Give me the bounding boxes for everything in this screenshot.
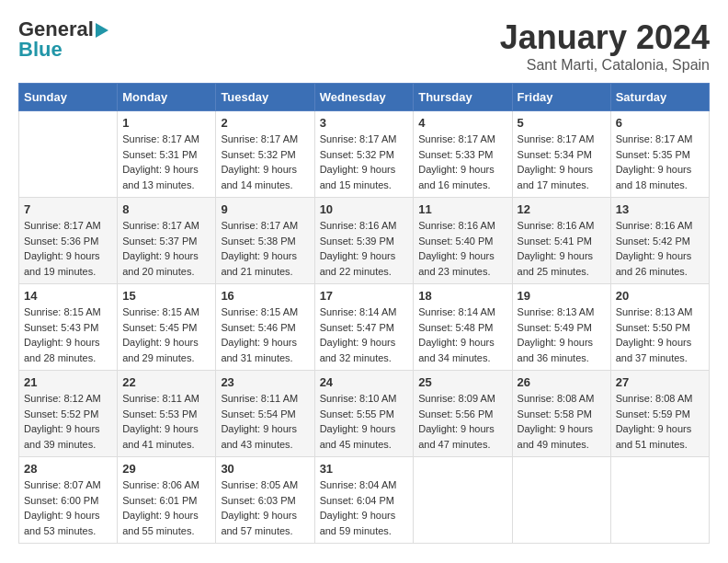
calendar-cell: 31Sunrise: 8:04 AMSunset: 6:04 PMDayligh… [314,457,414,544]
day-number: 19 [518,289,606,303]
day-info: Sunrise: 8:10 AMSunset: 5:55 PMDaylight:… [320,391,409,452]
day-info: Sunrise: 8:17 AMSunset: 5:32 PMDaylight:… [221,132,309,192]
calendar-week-row: 28Sunrise: 8:07 AMSunset: 6:00 PMDayligh… [19,457,710,544]
calendar-cell: 20Sunrise: 8:13 AMSunset: 5:50 PMDayligh… [610,284,709,371]
day-number: 7 [24,202,112,216]
calendar-cell: 26Sunrise: 8:08 AMSunset: 5:58 PMDayligh… [512,371,610,457]
day-info: Sunrise: 8:17 AMSunset: 5:37 PMDaylight:… [122,218,210,279]
calendar-cell: 6Sunrise: 8:17 AMSunset: 5:35 PMDaylight… [610,111,709,198]
day-number: 8 [122,202,210,216]
day-number: 10 [320,202,409,216]
calendar-cell [414,457,512,544]
day-info: Sunrise: 8:15 AMSunset: 5:45 PMDaylight:… [122,304,210,365]
calendar-cell [610,457,709,544]
calendar-week-row: 7Sunrise: 8:17 AMSunset: 5:36 PMDaylight… [19,198,710,284]
day-number: 1 [122,116,210,130]
calendar-cell: 1Sunrise: 8:17 AMSunset: 5:31 PMDaylight… [118,111,216,198]
day-info: Sunrise: 8:16 AMSunset: 5:41 PMDaylight:… [518,218,606,279]
day-info: Sunrise: 8:16 AMSunset: 5:39 PMDaylight:… [320,218,409,279]
calendar-cell: 12Sunrise: 8:16 AMSunset: 5:41 PMDayligh… [512,198,610,284]
day-number: 18 [418,289,506,303]
day-info: Sunrise: 8:13 AMSunset: 5:50 PMDaylight:… [616,304,704,365]
calendar-cell: 27Sunrise: 8:08 AMSunset: 5:59 PMDayligh… [610,371,709,457]
day-info: Sunrise: 8:17 AMSunset: 5:31 PMDaylight:… [122,132,210,192]
calendar-cell: 7Sunrise: 8:17 AMSunset: 5:36 PMDaylight… [19,198,118,284]
day-number: 21 [24,375,112,389]
calendar-cell [512,457,610,544]
calendar-table: SundayMondayTuesdayWednesdayThursdayFrid… [18,83,710,544]
day-number: 25 [418,375,506,389]
day-info: Sunrise: 8:13 AMSunset: 5:49 PMDaylight:… [518,304,606,365]
calendar-cell: 16Sunrise: 8:15 AMSunset: 5:46 PMDayligh… [216,284,314,371]
day-info: Sunrise: 8:15 AMSunset: 5:43 PMDaylight:… [24,304,112,365]
day-number: 27 [616,375,704,389]
day-number: 24 [320,375,409,389]
page-header: General Blue January 2024 Sant Marti, Ca… [18,18,710,74]
day-number: 22 [122,375,210,389]
day-info: Sunrise: 8:11 AMSunset: 5:53 PMDaylight:… [122,391,210,452]
calendar-cell: 8Sunrise: 8:17 AMSunset: 5:37 PMDaylight… [118,198,216,284]
day-number: 31 [320,462,409,476]
calendar-cell: 11Sunrise: 8:16 AMSunset: 5:40 PMDayligh… [414,198,512,284]
day-info: Sunrise: 8:17 AMSunset: 5:34 PMDaylight:… [518,132,606,192]
calendar-cell: 17Sunrise: 8:14 AMSunset: 5:47 PMDayligh… [314,284,414,371]
day-number: 26 [518,375,606,389]
day-number: 12 [518,202,606,216]
calendar-cell: 28Sunrise: 8:07 AMSunset: 6:00 PMDayligh… [19,457,118,544]
location: Sant Marti, Catalonia, Spain [500,57,710,74]
calendar-week-row: 1Sunrise: 8:17 AMSunset: 5:31 PMDaylight… [19,111,710,198]
day-info: Sunrise: 8:15 AMSunset: 5:46 PMDaylight:… [221,304,309,365]
calendar-cell: 19Sunrise: 8:13 AMSunset: 5:49 PMDayligh… [512,284,610,371]
day-info: Sunrise: 8:05 AMSunset: 6:03 PMDaylight:… [221,477,309,538]
calendar-week-row: 14Sunrise: 8:15 AMSunset: 5:43 PMDayligh… [19,284,710,371]
calendar-week-row: 21Sunrise: 8:12 AMSunset: 5:52 PMDayligh… [19,371,710,457]
day-number: 6 [616,116,704,130]
day-info: Sunrise: 8:12 AMSunset: 5:52 PMDaylight:… [24,391,112,452]
day-number: 11 [418,202,506,216]
day-number: 30 [221,462,309,476]
day-info: Sunrise: 8:11 AMSunset: 5:54 PMDaylight:… [221,391,309,452]
calendar-cell: 25Sunrise: 8:09 AMSunset: 5:56 PMDayligh… [414,371,512,457]
calendar-cell: 9Sunrise: 8:17 AMSunset: 5:38 PMDaylight… [216,198,314,284]
logo-arrow-icon [96,23,108,38]
day-number: 16 [221,289,309,303]
day-info: Sunrise: 8:14 AMSunset: 5:47 PMDaylight:… [320,304,409,365]
day-number: 14 [24,289,112,303]
calendar-cell: 15Sunrise: 8:15 AMSunset: 5:45 PMDayligh… [118,284,216,371]
calendar-cell: 21Sunrise: 8:12 AMSunset: 5:52 PMDayligh… [19,371,118,457]
calendar-cell: 3Sunrise: 8:17 AMSunset: 5:32 PMDaylight… [314,111,414,198]
day-info: Sunrise: 8:16 AMSunset: 5:42 PMDaylight:… [616,218,704,279]
day-info: Sunrise: 8:17 AMSunset: 5:33 PMDaylight:… [418,132,506,192]
day-number: 29 [122,462,210,476]
day-info: Sunrise: 8:17 AMSunset: 5:38 PMDaylight:… [221,218,309,279]
day-info: Sunrise: 8:09 AMSunset: 5:56 PMDaylight:… [418,391,506,452]
day-info: Sunrise: 8:04 AMSunset: 6:04 PMDaylight:… [320,477,409,538]
weekday-header: Friday [512,84,610,111]
calendar-cell: 22Sunrise: 8:11 AMSunset: 5:53 PMDayligh… [118,371,216,457]
calendar-cell: 10Sunrise: 8:16 AMSunset: 5:39 PMDayligh… [314,198,414,284]
day-info: Sunrise: 8:14 AMSunset: 5:48 PMDaylight:… [418,304,506,365]
logo-blue-text: Blue [18,39,63,61]
day-number: 5 [518,116,606,130]
day-info: Sunrise: 8:08 AMSunset: 5:58 PMDaylight:… [518,391,606,452]
day-number: 20 [616,289,704,303]
day-info: Sunrise: 8:16 AMSunset: 5:40 PMDaylight:… [418,218,506,279]
day-number: 2 [221,116,309,130]
calendar-cell: 24Sunrise: 8:10 AMSunset: 5:55 PMDayligh… [314,371,414,457]
day-info: Sunrise: 8:07 AMSunset: 6:00 PMDaylight:… [24,477,112,538]
day-number: 3 [320,116,409,130]
weekday-header: Tuesday [216,84,314,111]
day-number: 15 [122,289,210,303]
calendar-cell: 2Sunrise: 8:17 AMSunset: 5:32 PMDaylight… [216,111,314,198]
day-info: Sunrise: 8:17 AMSunset: 5:35 PMDaylight:… [616,132,704,192]
title-block: January 2024 Sant Marti, Catalonia, Spai… [500,18,710,74]
weekday-header: Saturday [610,84,709,111]
day-info: Sunrise: 8:17 AMSunset: 5:32 PMDaylight:… [320,132,409,192]
weekday-header: Wednesday [314,84,414,111]
weekday-header: Thursday [414,84,512,111]
day-number: 17 [320,289,409,303]
calendar-cell: 14Sunrise: 8:15 AMSunset: 5:43 PMDayligh… [19,284,118,371]
day-number: 28 [24,462,112,476]
calendar-cell: 23Sunrise: 8:11 AMSunset: 5:54 PMDayligh… [216,371,314,457]
calendar-cell: 4Sunrise: 8:17 AMSunset: 5:33 PMDaylight… [414,111,512,198]
